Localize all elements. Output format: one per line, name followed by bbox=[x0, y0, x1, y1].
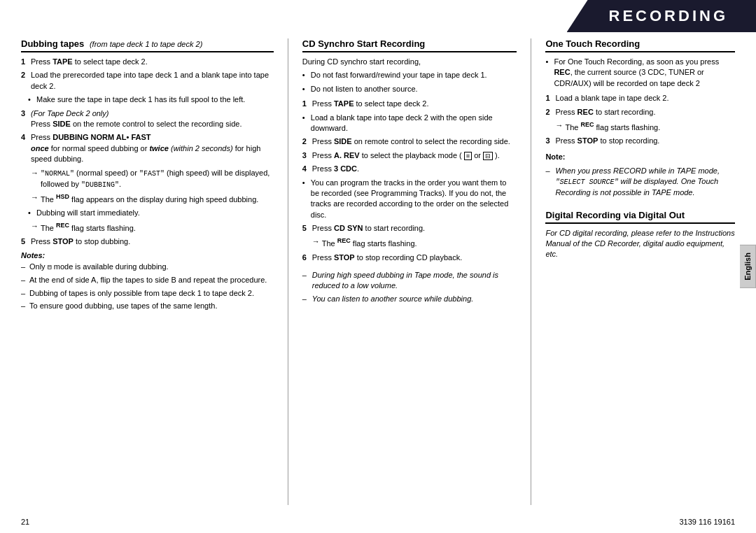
language-tab: English bbox=[740, 245, 756, 288]
cd-synchro-steps2: 2 Press SIDE on remote control to select… bbox=[302, 136, 517, 174]
cd-synchro-arrow: The REC flag starts flashing. bbox=[312, 236, 517, 249]
list-item: 1 Press TAPE to select tape deck 2. bbox=[21, 57, 274, 67]
list-item: Do not fast forward/rewind your tape in … bbox=[302, 70, 517, 80]
dash-item: When you press RECORD while in TAPE mode… bbox=[545, 166, 735, 199]
list-item: 1 Press TAPE to select tape deck 2. bbox=[302, 99, 517, 109]
list-item: 5 Press CD SYN to start recording. bbox=[302, 223, 517, 234]
cd-synchro-intro: During CD synchro start recording, bbox=[302, 57, 517, 67]
list-item: 6 Press STOP to stop recording CD playba… bbox=[302, 253, 517, 263]
one-touch-arrow: The REC flag starts flashing. bbox=[555, 120, 735, 133]
notes-label: Notes: bbox=[21, 251, 274, 260]
list-item: Make sure the tape in tape deck 1 has it… bbox=[28, 94, 274, 105]
dash-item: During high speed dubbing in Tape mode, … bbox=[302, 270, 517, 292]
dubbing-rec-arrow: The REC flag starts flashing. bbox=[31, 221, 274, 234]
note-label: Note: bbox=[545, 152, 735, 162]
cd-synchro-steps4: 6 Press STOP to stop recording CD playba… bbox=[302, 253, 517, 263]
list-item: For One Touch Recording, as soon as you … bbox=[545, 57, 735, 89]
page: RECORDING English Dubbing tapes (from ta… bbox=[0, 0, 756, 533]
page-footer: 21 3139 116 19161 bbox=[21, 518, 735, 526]
middle-column: CD Synchro Start Recording During CD syn… bbox=[288, 38, 532, 505]
dubbing-steps: 1 Press TAPE to select tape deck 2. 2 Lo… bbox=[21, 57, 274, 92]
list-item: Do not listen to another source. bbox=[302, 84, 517, 94]
arrow-item: The REC flag starts flashing. bbox=[312, 236, 517, 249]
dubbing-bullets: Make sure the tape in tape deck 1 has it… bbox=[28, 94, 274, 105]
list-item: 2 Load the prerecorded tape into tape de… bbox=[21, 70, 274, 92]
dubbing-steps-2: 3 (For Tape Deck 2 only)Press SIDE on th… bbox=[21, 108, 274, 165]
dubbing-bullets-2: Dubbing will start immediately. bbox=[28, 208, 274, 218]
dubbing-section-title: Dubbing tapes (from tape deck 1 to tape … bbox=[21, 38, 274, 52]
cd-synchro-bullets3: You can program the tracks in the order … bbox=[302, 178, 517, 221]
cd-synchro-steps: 1 Press TAPE to select tape deck 2. bbox=[302, 99, 517, 109]
dubbing-step5: 5 Press STOP to stop dubbing. bbox=[21, 236, 274, 247]
one-touch-bullets: For One Touch Recording, as soon as you … bbox=[545, 57, 735, 89]
right-column: One Touch Recording For One Touch Record… bbox=[531, 38, 735, 505]
arrow-item: The HSD flag appears on the display duri… bbox=[31, 192, 274, 205]
note-item: Only ⊟ mode is available during dubbing. bbox=[21, 262, 274, 273]
arrow-item: "NORMAL" (normal speed) or "FAST" (high … bbox=[31, 168, 274, 190]
list-item: You can program the tracks in the order … bbox=[302, 178, 517, 221]
cd-synchro-bullets: Do not fast forward/rewind your tape in … bbox=[302, 70, 517, 94]
list-item: 3 (For Tape Deck 2 only)Press SIDE on th… bbox=[21, 108, 274, 130]
list-item: Dubbing will start immediately. bbox=[28, 208, 274, 218]
left-column: Dubbing tapes (from tape deck 1 to tape … bbox=[21, 38, 288, 505]
page-number: 21 bbox=[21, 518, 29, 526]
header-title: RECORDING bbox=[609, 7, 728, 24]
list-item: 3 Press STOP to stop recording. bbox=[545, 136, 735, 146]
note-item: Dubbing of tapes is only possible from t… bbox=[21, 288, 274, 299]
digital-recording-title: Digital Recording via Digital Out bbox=[545, 210, 735, 224]
arrow-item: The REC flag starts flashing. bbox=[31, 221, 274, 234]
list-item: Load a blank tape into tape deck 2 with … bbox=[302, 113, 517, 134]
list-item: 2 Press REC to start recording. bbox=[545, 107, 735, 118]
one-touch-note-block: Note: When you press RECORD while in TAP… bbox=[545, 152, 735, 198]
note-item: At the end of side A, flip the tapes to … bbox=[21, 275, 274, 285]
arrow-item: The REC flag starts flashing. bbox=[555, 120, 735, 133]
note-item: To ensure good dubbing, use tapes of the… bbox=[21, 301, 274, 311]
list-item: 5 Press STOP to stop dubbing. bbox=[21, 236, 274, 247]
list-item: 2 Press SIDE on remote control to select… bbox=[302, 136, 517, 147]
cd-synchro-title: CD Synchro Start Recording bbox=[302, 38, 517, 52]
digital-recording-text: For CD digital recording, please refer t… bbox=[545, 228, 735, 260]
list-item: 4 Press DUBBING NORM AL• FAST once for n… bbox=[21, 132, 274, 164]
one-touch-steps: 1 Load a blank tape in tape deck 2. 2 Pr… bbox=[545, 93, 735, 118]
list-item: 4 Press 3 CDC. bbox=[302, 164, 517, 174]
high-speed-notes: During high speed dubbing in Tape mode, … bbox=[302, 270, 517, 304]
one-touch-steps2: 3 Press STOP to stop recording. bbox=[545, 136, 735, 146]
catalog-number: 3139 116 19161 bbox=[679, 518, 735, 526]
dash-item: You can listen to another source while d… bbox=[302, 294, 517, 304]
main-content: Dubbing tapes (from tape deck 1 to tape … bbox=[21, 38, 735, 505]
dubbing-arrows: "NORMAL" (normal speed) or "FAST" (high … bbox=[31, 168, 274, 205]
one-touch-title: One Touch Recording bbox=[545, 38, 735, 52]
cd-synchro-steps3: 5 Press CD SYN to start recording. bbox=[302, 223, 517, 234]
list-item: 3 Press A. REV to select the playback mo… bbox=[302, 150, 517, 161]
page-header: RECORDING bbox=[567, 0, 756, 32]
list-item: 1 Load a blank tape in tape deck 2. bbox=[545, 93, 735, 104]
cd-synchro-bullets2: Load a blank tape into tape deck 2 with … bbox=[302, 113, 517, 134]
